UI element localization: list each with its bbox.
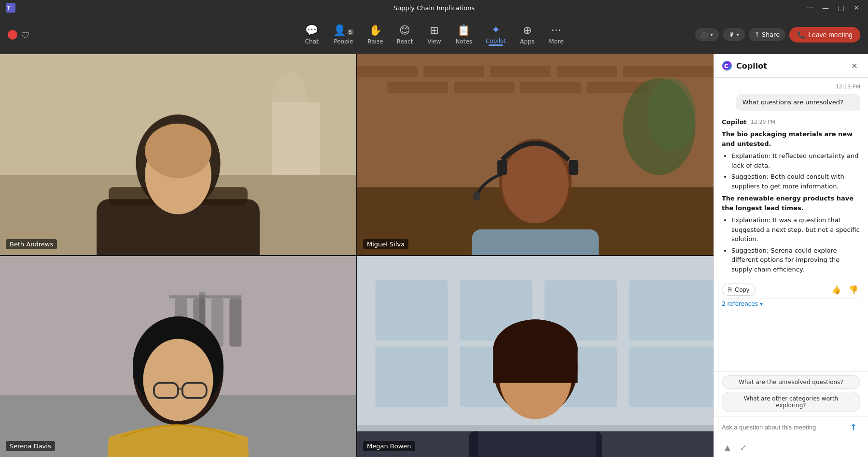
- minimize-button[interactable]: —: [820, 2, 831, 14]
- svg-rect-59: [469, 431, 602, 457]
- expand-icon[interactable]: ⤢: [737, 442, 749, 453]
- people-icon: 👤5: [333, 24, 354, 36]
- suggestions-area: What are the unresolved questions? What …: [714, 371, 868, 416]
- point1-title: The bio packaging materials are new and …: [722, 130, 853, 147]
- participant-name-megan: Megan Bowen: [363, 441, 415, 451]
- more-options-button[interactable]: ···: [804, 2, 816, 14]
- view-label: View: [427, 38, 441, 45]
- input-area: ↑: [714, 416, 868, 440]
- notes-label: Notes: [455, 38, 472, 45]
- svg-rect-20: [454, 82, 514, 93]
- send-button[interactable]: ↑: [847, 420, 860, 434]
- copilot-messages[interactable]: 12:19 PM What questions are unresolved? …: [714, 78, 868, 371]
- svg-rect-17: [557, 66, 617, 77]
- share-icon: ↑: [755, 31, 760, 38]
- window-title: Supply Chain Implications: [393, 4, 475, 12]
- megan-video-bg: [357, 256, 714, 457]
- raise-icon: ✋: [369, 24, 382, 36]
- suggestion-chip-2[interactable]: What are other categories worth explorin…: [722, 392, 860, 412]
- chat-icon: 💬: [305, 24, 318, 36]
- point2-bullet-2: Suggestion: Serena could explore differe…: [731, 246, 860, 274]
- svg-rect-18: [623, 66, 714, 77]
- svg-rect-58: [493, 347, 577, 383]
- copilot-header: C Copilot ✕: [714, 54, 868, 78]
- security-icon[interactable]: 🛡: [21, 30, 31, 40]
- more-label: More: [549, 38, 563, 45]
- thumbs-down-button[interactable]: 👎: [847, 283, 860, 296]
- notes-button[interactable]: 📋 Notes: [449, 21, 478, 48]
- title-bar: T Supply Chain Implications ··· — □ ✕: [0, 0, 868, 15]
- copilot-active-indicator: [489, 44, 503, 46]
- copilot-response-name: Copilot: [722, 118, 747, 126]
- leave-meeting-button[interactable]: 📞 Leave meeting: [789, 27, 860, 43]
- react-label: React: [397, 38, 413, 45]
- video-cell-serena: Serena Davis: [0, 256, 356, 457]
- more-button[interactable]: ··· More: [543, 21, 570, 48]
- thumbs-up-button[interactable]: 👍: [829, 283, 843, 296]
- svg-point-30: [473, 191, 480, 201]
- svg-point-41: [143, 339, 213, 421]
- record-button[interactable]: [8, 30, 17, 40]
- ask-input[interactable]: [722, 424, 843, 431]
- feedback-buttons: 👍 👎: [829, 283, 860, 296]
- share-button[interactable]: ↑ Share: [749, 28, 785, 41]
- title-bar-controls: ··· — □ ✕: [804, 2, 862, 14]
- camera-button[interactable]: 🎥 ▾: [695, 28, 719, 41]
- chat-label: Chat: [305, 38, 319, 45]
- view-button[interactable]: ⊞ View: [420, 21, 448, 48]
- maximize-button[interactable]: □: [835, 2, 847, 14]
- chat-button[interactable]: 💬 Chat: [298, 21, 325, 48]
- svg-rect-27: [472, 229, 599, 255]
- point2-bullet-1: Explanation: It was a question that sugg…: [731, 215, 860, 244]
- more-icon: ···: [551, 24, 561, 36]
- svg-point-24: [647, 78, 695, 151]
- references-chevron-icon: ▾: [760, 300, 763, 307]
- copilot-button[interactable]: ✦ Copilot: [480, 21, 512, 49]
- people-label: People: [334, 38, 353, 45]
- copilot-panel-title: Copilot: [736, 61, 767, 71]
- meeting-toolbar: 🛡 💬 Chat 👤5 People ✋ Raise 😊 React ⊞ Vie…: [0, 15, 868, 54]
- suggestion-chip-1[interactable]: What are the unresolved questions?: [722, 375, 860, 389]
- title-bar-left: T: [6, 3, 15, 13]
- video-grid: Beth Andrews: [0, 54, 714, 457]
- teams-logo-icon: T: [6, 3, 15, 13]
- svg-rect-54: [629, 347, 714, 407]
- user-message-bubble: What questions are unresolved?: [736, 94, 860, 111]
- references-label: 2 references: [722, 300, 758, 307]
- video-cell-beth: Beth Andrews: [0, 54, 356, 255]
- chevron-up-icon[interactable]: ▲: [722, 442, 733, 453]
- svg-point-10: [145, 124, 211, 178]
- svg-rect-28: [497, 160, 507, 175]
- copilot-close-button[interactable]: ✕: [849, 60, 860, 71]
- mic-chevron: ▾: [737, 32, 739, 37]
- view-icon: ⊞: [430, 24, 438, 36]
- svg-rect-61: [596, 431, 714, 457]
- svg-text:T: T: [7, 5, 11, 11]
- svg-rect-16: [490, 66, 550, 77]
- references-row[interactable]: 2 references ▾: [722, 298, 860, 309]
- video-cell-megan: Megan Bowen: [357, 256, 714, 457]
- svg-rect-14: [357, 66, 418, 77]
- participant-name-miguel: Miguel Silva: [363, 239, 408, 249]
- leave-meeting-label: Leave meeting: [808, 31, 853, 39]
- people-button[interactable]: 👤5 People: [327, 21, 360, 48]
- copilot-response: Copilot 12:20 PM The bio packaging mater…: [722, 118, 860, 309]
- mic-button[interactable]: 🎙 ▾: [723, 28, 745, 41]
- svg-rect-53: [629, 280, 714, 341]
- close-window-button[interactable]: ✕: [851, 2, 862, 14]
- svg-rect-34: [169, 295, 241, 298]
- video-cell-miguel: Miguel Silva: [357, 54, 714, 255]
- toolbar-left: 🛡: [8, 30, 31, 40]
- copilot-icon: ✦: [491, 24, 500, 36]
- apps-button[interactable]: ⊕ Apps: [514, 21, 541, 48]
- participant-name-serena: Serena Davis: [6, 441, 55, 451]
- phone-icon: 📞: [797, 31, 805, 39]
- raise-button[interactable]: ✋ Raise: [362, 21, 389, 48]
- react-button[interactable]: 😊 React: [391, 21, 419, 48]
- point2-title: The renewable energy products have the l…: [722, 195, 854, 212]
- svg-rect-29: [569, 160, 578, 175]
- apps-icon: ⊕: [523, 24, 532, 36]
- input-icons: ▲ ⤢: [722, 442, 749, 453]
- copy-button[interactable]: ⎘ Copy: [722, 284, 756, 296]
- user-message-time: 12:19 PM: [722, 84, 860, 90]
